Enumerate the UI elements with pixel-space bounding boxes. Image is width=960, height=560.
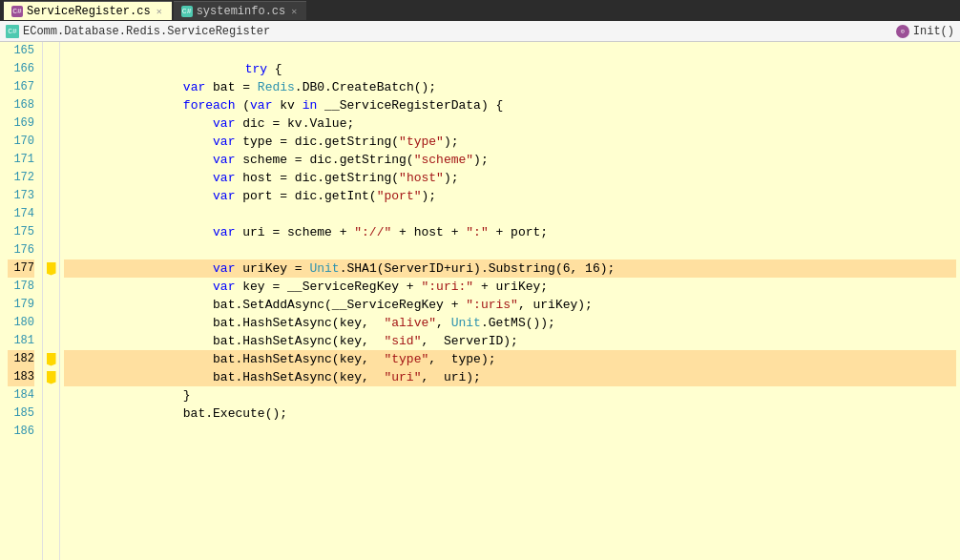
line-num-181: 181	[8, 332, 34, 350]
gutter-line-186	[43, 423, 59, 441]
gutter-line-175	[43, 223, 59, 241]
bookmark-icon	[47, 353, 56, 366]
code-line-181: bat.HashSetAsync(key, "sid", ServerID);	[64, 332, 956, 350]
gutter-line-179	[43, 296, 59, 314]
gutter-line-176	[43, 241, 59, 259]
gutter-line-181	[43, 332, 59, 350]
line-num-169: 169	[8, 114, 34, 133]
gutter-line-171	[43, 151, 59, 169]
gutter-line-170	[43, 133, 59, 151]
tab-systeminfo[interactable]: C# systeminfo.cs ✕	[174, 1, 307, 20]
code-line-168: foreach (var kv in __ServiceRegisterData…	[64, 96, 956, 114]
code-content[interactable]: try { var bat = Redis.DB0.CreateBatch();…	[60, 42, 960, 560]
line-num-171: 171	[8, 151, 34, 169]
tab-servicereg-label: ServiceRegister.cs	[27, 5, 151, 18]
gutter	[43, 42, 60, 560]
line-num-177: 177	[8, 259, 34, 278]
code-line-173: var port = dic.getInt("port");	[64, 187, 956, 205]
gutter-line-169	[43, 114, 59, 133]
line-num-168: 168	[8, 96, 34, 114]
code-line-165	[64, 42, 956, 60]
line-num-175: 175	[8, 223, 34, 241]
code-line-172: var host = dic.getString("host");	[64, 169, 956, 187]
line-num-182: 182	[8, 350, 34, 368]
gutter-line-166	[43, 60, 59, 78]
gutter-line-180	[43, 314, 59, 332]
gutter-line-185	[43, 404, 59, 423]
systeminfo-file-icon: C#	[181, 6, 193, 17]
line-num-185: 185	[8, 404, 34, 423]
code-line-170: var type = dic.getString("type");	[64, 133, 956, 151]
gutter-line-183	[43, 368, 59, 386]
tab-servicereg[interactable]: C# ServiceRegister.cs ✕	[4, 1, 172, 20]
line-num-184: 184	[8, 386, 34, 404]
bookmark-icon	[47, 262, 56, 276]
code-line-175: var uri = scheme + "://" + host + ":" + …	[64, 223, 956, 241]
code-line-179: bat.SetAddAsync(__ServiceRegKey + ":uris…	[64, 296, 956, 314]
code-area: 1651661671681691701711721731741751761771…	[0, 42, 960, 560]
class-icon: C#	[6, 25, 19, 38]
code-line-184: }	[64, 386, 956, 404]
line-num-167: 167	[8, 78, 34, 96]
code-line-167: var bat = Redis.DB0.CreateBatch();	[64, 78, 956, 96]
code-line-177: var uriKey = Unit.SHA1(ServerID+uri).Sub…	[64, 259, 956, 278]
gutter-line-167	[43, 78, 59, 96]
code-line-178: var key = __ServiceRegKey + ":uri:" + ur…	[64, 278, 956, 296]
breadcrumb-bar: C# EComm.Database.Redis.ServiceRegister …	[0, 21, 960, 42]
cs-file-icon: C#	[11, 6, 23, 17]
line-num-186: 186	[8, 423, 34, 441]
gutter-line-174	[43, 205, 59, 223]
breadcrumb-namespace[interactable]: EComm.Database.Redis.ServiceRegister	[23, 25, 270, 38]
title-bar: C# ServiceRegister.cs ✕ C# systeminfo.cs…	[0, 0, 960, 21]
line-num-179: 179	[8, 296, 34, 314]
code-line-166: try {	[64, 60, 956, 78]
breadcrumb-right: ⊙ Init()	[896, 25, 954, 38]
gutter-line-177	[43, 259, 59, 278]
gutter-line-168	[43, 96, 59, 114]
line-num-176: 176	[8, 241, 34, 259]
gutter-line-184	[43, 386, 59, 404]
gutter-line-178	[43, 278, 59, 296]
line-num-180: 180	[8, 314, 34, 332]
code-line-171: var scheme = dic.getString("scheme");	[64, 151, 956, 169]
line-num-183: 183	[8, 368, 34, 386]
line-num-173: 173	[8, 187, 34, 205]
code-line-183: bat.HashSetAsync(key, "uri", uri);	[64, 368, 956, 386]
method-icon: ⊙	[896, 25, 909, 38]
gutter-line-182	[43, 350, 59, 368]
tab-servicereg-close[interactable]: ✕	[155, 6, 164, 17]
code-line-180: bat.HashSetAsync(key, "alive", Unit.GetM…	[64, 314, 956, 332]
breadcrumb-method[interactable]: Init()	[913, 25, 954, 38]
bookmark-icon	[47, 371, 56, 384]
line-num-174: 174	[8, 205, 34, 223]
line-num-172: 172	[8, 169, 34, 187]
code-line-185: bat.Execute();	[64, 404, 956, 423]
code-line-169: var dic = kv.Value;	[64, 114, 956, 133]
line-num-166: 166	[8, 60, 34, 78]
line-num-178: 178	[8, 278, 34, 296]
tab-systeminfo-label: systeminfo.cs	[197, 5, 286, 18]
line-num-170: 170	[8, 133, 34, 151]
code-line-182: bat.HashSetAsync(key, "type", type);	[64, 350, 956, 368]
line-num-165: 165	[8, 42, 34, 60]
line-numbers: 1651661671681691701711721731741751761771…	[0, 42, 43, 560]
code-line-176	[64, 241, 956, 259]
code-line-174	[64, 205, 956, 223]
tab-systeminfo-close[interactable]: ✕	[289, 6, 299, 17]
gutter-line-172	[43, 169, 59, 187]
gutter-line-173	[43, 187, 59, 205]
code-line-186	[64, 423, 956, 441]
gutter-line-165	[43, 42, 59, 60]
